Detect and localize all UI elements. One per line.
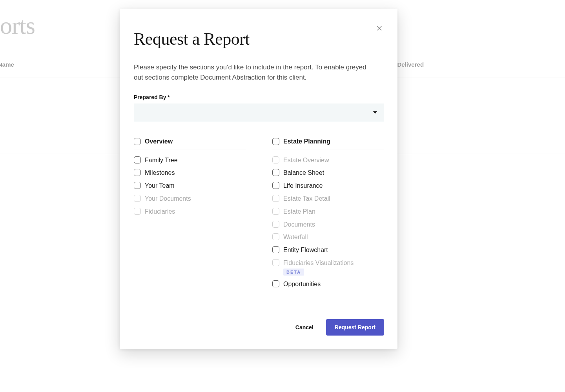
checkbox-row: Opportunities: [272, 278, 384, 291]
checkbox-item: [272, 195, 279, 202]
section-title-estate: Estate Planning: [283, 138, 330, 145]
checkbox-label: Fiduciaries Visualizations: [283, 259, 354, 267]
checkbox-item[interactable]: [272, 246, 279, 253]
request-report-button[interactable]: Request Report: [326, 319, 384, 336]
sections-container: Overview Family TreeMilestonesYour TeamY…: [134, 138, 384, 291]
checkbox-label: Estate Overview: [283, 156, 329, 165]
checkbox-row: Balance Sheet: [272, 167, 384, 180]
section-items: Family TreeMilestonesYour TeamYour Docum…: [134, 154, 246, 218]
checkbox-row: Estate Plan: [272, 205, 384, 218]
checkbox-label: Your Team: [145, 182, 175, 190]
checkbox-item[interactable]: [272, 169, 279, 176]
checkbox-row: Waterfall: [272, 231, 384, 244]
checkbox-label: Life Insurance: [283, 182, 323, 190]
checkbox-row: Family Tree: [134, 154, 246, 167]
checkbox-label: Entity Flowchart: [283, 246, 328, 254]
checkbox-row: Fiduciaries: [134, 205, 246, 218]
section-items: Estate OverviewBalance SheetLife Insuran…: [272, 154, 384, 291]
checkbox-label: Fiduciaries: [145, 208, 175, 216]
page-title: ports: [0, 12, 35, 40]
section-estate-planning: Estate Planning Estate OverviewBalance S…: [272, 138, 384, 291]
checkbox-label: Estate Tax Detail: [283, 195, 330, 203]
checkbox-item: [272, 233, 279, 240]
section-title-overview: Overview: [145, 138, 173, 145]
checkbox-item[interactable]: [134, 156, 141, 163]
checkbox-row: Life Insurance: [272, 180, 384, 192]
checkbox-label: Balance Sheet: [283, 169, 324, 177]
checkbox-row: Estate Tax Detail: [272, 192, 384, 205]
request-report-modal: Request a Report Please specify the sect…: [120, 9, 397, 349]
checkbox-item: [134, 195, 141, 202]
checkbox-row: Fiduciaries VisualizationsBETA: [272, 257, 384, 278]
checkbox-estate-planning[interactable]: [272, 138, 279, 145]
close-icon: [376, 25, 383, 32]
checkbox-row: Entity Flowchart: [272, 244, 384, 257]
modal-footer: Cancel Request Report: [134, 319, 384, 336]
checkbox-overview[interactable]: [134, 138, 141, 145]
prepared-by-label: Prepared By *: [134, 94, 384, 100]
checkbox-row: Your Documents: [134, 192, 246, 205]
checkbox-item: [272, 156, 279, 163]
prepared-by-select[interactable]: [134, 103, 384, 122]
checkbox-label: Family Tree: [145, 156, 178, 165]
checkbox-item[interactable]: [134, 169, 141, 176]
checkbox-label: Estate Plan: [283, 208, 315, 216]
cancel-button[interactable]: Cancel: [292, 319, 317, 335]
checkbox-row: Documents: [272, 218, 384, 231]
checkbox-item: [134, 208, 141, 215]
checkbox-label: Waterfall: [283, 233, 308, 241]
checkbox-label: Documents: [283, 221, 315, 229]
checkbox-row: Estate Overview: [272, 154, 384, 167]
checkbox-label: Opportunities: [283, 280, 321, 289]
checkbox-label: Your Documents: [145, 195, 191, 203]
modal-title: Request a Report: [134, 29, 384, 49]
section-overview: Overview Family TreeMilestonesYour TeamY…: [134, 138, 246, 291]
checkbox-item: [272, 208, 279, 215]
checkbox-label: Milestones: [145, 169, 175, 177]
modal-description: Please specify the sections you'd like t…: [134, 62, 369, 83]
checkbox-item[interactable]: [272, 280, 279, 287]
checkbox-item: [272, 221, 279, 228]
table-col-header-name: rt Name: [0, 61, 14, 68]
checkbox-item[interactable]: [134, 182, 141, 189]
checkbox-row: Milestones: [134, 167, 246, 180]
checkbox-item[interactable]: [272, 182, 279, 189]
close-button[interactable]: [374, 23, 385, 34]
beta-badge: BETA: [283, 269, 304, 276]
checkbox-item: [272, 259, 279, 266]
checkbox-row: Your Team: [134, 180, 246, 192]
